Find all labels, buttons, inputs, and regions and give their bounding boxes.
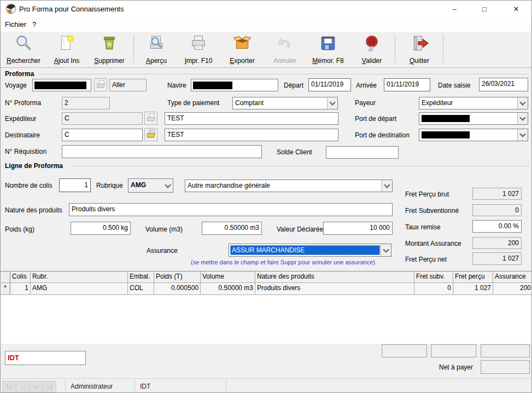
nav-prev-button[interactable]: ◁ <box>16 381 29 392</box>
cell-embal: COL <box>128 283 154 295</box>
nature-field[interactable]: Produits divers <box>69 203 393 216</box>
export-box-icon <box>233 34 252 54</box>
destinataire-lookup-button[interactable] <box>144 128 157 141</box>
depart-label: Départ <box>284 82 303 89</box>
date-saisie-field[interactable]: 26/03/2021 <box>479 78 528 91</box>
close-button[interactable]: ✕ <box>504 1 529 17</box>
maximize-button[interactable]: □ <box>472 1 497 17</box>
group-divider <box>39 74 529 74</box>
imprimer-label: Impr. F10 <box>185 57 213 65</box>
cell-fret-subv: 0 <box>414 283 453 295</box>
grid-col-assurance: Assurance <box>493 271 532 283</box>
menu-aide[interactable]: ? <box>32 20 36 28</box>
chevron-down-icon <box>519 114 525 120</box>
status-separator <box>226 379 226 393</box>
direction-field[interactable]: Aller <box>109 79 147 91</box>
num-proforma-field[interactable]: 2 <box>62 97 110 109</box>
montant-assurance-field: 200 <box>472 237 522 249</box>
poids-label: Poids (kg) <box>5 226 34 233</box>
rechercher-button[interactable]: Rechercher <box>2 33 45 65</box>
expediteur-code-field[interactable]: C <box>62 112 143 125</box>
chevron-down-icon <box>329 99 335 105</box>
poids-field[interactable]: 0.500 kg <box>71 222 131 235</box>
montant-assurance-label: Montant Assurance <box>405 240 461 247</box>
nombre-colis-field[interactable]: 1 <box>59 178 91 192</box>
volume-field[interactable]: 0.50000 m3 <box>202 222 262 235</box>
expediteur-lookup-button[interactable] <box>144 112 157 125</box>
taux-remise-label: Taux remise <box>405 223 441 231</box>
nav-first-button[interactable]: |◁ <box>2 381 15 392</box>
row-selector[interactable]: * <box>1 283 10 295</box>
imprimer-button[interactable]: Impr. F10 <box>178 33 219 65</box>
solde-client-field[interactable] <box>326 146 399 159</box>
num-requisition-field[interactable] <box>62 145 262 158</box>
print-preview-icon <box>147 34 166 54</box>
fret-subv-label: Fret Subventionné <box>405 207 459 215</box>
exporter-button[interactable]: Exporter <box>221 33 264 65</box>
code-field[interactable]: IDT <box>5 351 86 365</box>
redacted-value <box>422 131 470 138</box>
menu-fichier[interactable]: Fichier <box>5 20 26 28</box>
grid-col-colis: Colis <box>10 271 31 283</box>
dropdown-button[interactable] <box>381 244 391 256</box>
grid-row[interactable]: * 1 AMG COL 0.000500 0.50000 m3 Produits… <box>1 283 532 295</box>
port-destination-label: Port de destination <box>355 131 410 139</box>
rubrique-desc-select[interactable]: Autre marchandise générale <box>185 180 393 192</box>
dropdown-button[interactable] <box>517 97 528 109</box>
nature-label: Nature des produits <box>5 206 62 214</box>
annuler-label: Annuler <box>273 57 296 65</box>
depart-field[interactable]: 01/11/2019 <box>308 78 351 91</box>
memoriser-button[interactable]: Mémor. F8 <box>306 33 350 65</box>
navire-field[interactable] <box>191 79 278 91</box>
port-depart-select[interactable] <box>419 112 528 125</box>
rubrique-value: AMG <box>131 179 162 192</box>
title-bar: Pro Forma pour Connaissements – □ ✕ <box>1 1 532 17</box>
expediteur-label: Expéditeur <box>5 115 36 123</box>
cell-rubr: AMG <box>31 283 128 295</box>
expediteur-nom-field[interactable]: TEST <box>165 112 338 125</box>
printer-icon <box>189 34 208 54</box>
arrivee-field[interactable]: 01/11/2019 <box>384 78 430 91</box>
valider-button[interactable]: Valider <box>352 33 391 65</box>
port-destination-select[interactable] <box>419 129 528 141</box>
fret-net-label: Fret Perçu net <box>405 256 447 263</box>
redacted-value <box>34 82 86 89</box>
cell-nature: Produits divers <box>255 283 414 295</box>
cell-volume: 0.50000 m3 <box>201 283 255 295</box>
rubrique-select[interactable]: AMG <box>128 178 173 193</box>
dropdown-button[interactable] <box>517 129 528 141</box>
floppy-disk-icon <box>319 34 337 54</box>
apercu-button[interactable]: Aperçu <box>137 33 176 65</box>
assurance-select[interactable]: ASSUR MARCHANDISE <box>229 244 391 257</box>
dropdown-button[interactable] <box>382 180 392 192</box>
proforma-section-title: Proforma <box>5 70 34 78</box>
add-document-icon <box>57 34 76 54</box>
search-icon <box>14 34 33 54</box>
svg-text:♻: ♻ <box>107 41 112 48</box>
destinataire-nom-field[interactable]: TEST <box>165 129 338 141</box>
chevron-down-icon <box>519 99 525 105</box>
dropdown-button[interactable] <box>163 179 173 192</box>
nav-next-button[interactable]: ▷ <box>30 381 43 392</box>
ajout-ins-button[interactable]: Ajout Ins <box>46 33 87 65</box>
fret-subv-field: 0 <box>472 204 522 216</box>
minimize-button[interactable]: – <box>442 1 467 17</box>
type-paiement-select[interactable]: Comptant <box>232 97 338 109</box>
ajout-ins-label: Ajout Ins <box>54 57 80 65</box>
dropdown-button[interactable] <box>327 97 337 109</box>
grid-selector-header <box>1 271 10 283</box>
quitter-button[interactable]: Quitter <box>398 33 441 65</box>
dropdown-button[interactable] <box>517 113 528 124</box>
voyage-lookup-button[interactable] <box>94 78 107 91</box>
payeur-select[interactable]: Expéditeur <box>419 97 528 109</box>
taux-remise-field[interactable]: 0.00 % <box>472 220 522 233</box>
voyage-field[interactable] <box>32 79 91 91</box>
destinataire-code-field[interactable]: C <box>62 129 143 141</box>
footer-box-1 <box>382 344 427 357</box>
annuler-button[interactable]: Annuler <box>265 33 305 65</box>
supprimer-button[interactable]: ♻ Supprimer <box>88 33 131 65</box>
valeur-declaree-field[interactable]: 10 000 <box>323 222 393 235</box>
valeur-declaree-label: Valeur Déclarée <box>277 226 323 233</box>
lines-grid: Colis Rubr. Embal. Poids (T) Volume Natu… <box>1 271 532 295</box>
nav-last-button[interactable]: ▷| <box>43 381 56 392</box>
